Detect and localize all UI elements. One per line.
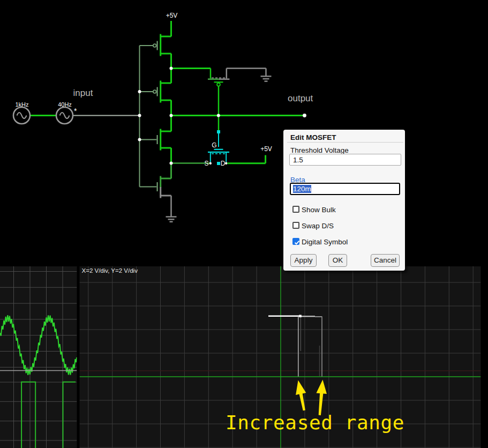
digital-symbol-label: Digital Symbol	[302, 238, 348, 246]
ground-right[interactable]	[261, 76, 272, 81]
junction-dot	[138, 90, 141, 93]
threshold-voltage-label: Threshold Voltage	[290, 146, 349, 154]
label-5v-right: +5V	[260, 145, 272, 153]
label-gate: G	[212, 141, 216, 149]
edit-mosfet-dialog: Edit MOSFET Threshold Voltage Beta 120m …	[283, 130, 405, 271]
dialog-title[interactable]: Edit MOSFET	[290, 133, 336, 141]
junction-dot	[225, 162, 227, 165]
ok-button[interactable]: OK	[328, 254, 347, 267]
cancel-button[interactable]: Cancel	[371, 254, 400, 267]
show-bulk-checkbox[interactable]	[292, 206, 299, 213]
annotation-text: Increased range	[226, 412, 404, 434]
fet3-bubble	[217, 83, 220, 86]
junction-dot	[217, 114, 220, 117]
beta-selected-text: 120m	[293, 185, 311, 193]
junction-dot	[303, 114, 306, 117]
junction-dot	[170, 162, 173, 165]
pmos2-bubble	[153, 90, 156, 93]
dialog-title-separator	[287, 142, 403, 143]
scope-scale-label: X=2 V/div, Y=2 V/div	[82, 267, 138, 274]
apply-button[interactable]: Apply	[290, 254, 317, 267]
junction-dot	[138, 114, 141, 117]
fet4-handle-top[interactable]	[217, 130, 220, 133]
label-input: input	[73, 88, 93, 98]
digital-symbol-checkbox[interactable]	[292, 238, 299, 245]
scope-pane-left[interactable]	[0, 266, 77, 448]
label-output: output	[288, 93, 313, 103]
swap-ds-checkbox[interactable]	[292, 222, 299, 229]
pmos1-bubble	[153, 44, 156, 47]
label-asterisk: *	[74, 107, 77, 115]
ground-bottom[interactable]	[166, 217, 177, 222]
label-drain: D	[221, 160, 226, 167]
label-1khz: 1kHz	[15, 101, 28, 108]
junction-dot	[138, 138, 141, 141]
threshold-voltage-input[interactable]	[289, 154, 401, 166]
scope-trace-cursor	[299, 315, 302, 318]
show-bulk-label: Show Bulk	[302, 206, 336, 214]
beta-input[interactable]: 120m	[290, 183, 400, 195]
junction-dot	[170, 114, 173, 117]
circuit-simulator-window: X=2 V/div, Y=2 V/div1kHz40Hz*inputoutput…	[0, 0, 488, 448]
label-source: S	[204, 160, 208, 167]
junction-dot	[209, 162, 212, 165]
label-40hz: 40Hz	[58, 101, 72, 108]
swap-ds-label: Swap D/S	[302, 222, 334, 230]
junction-dot	[170, 67, 173, 70]
fet4-handle-bottom[interactable]	[217, 162, 220, 165]
ac-source-1khz[interactable]	[13, 107, 30, 124]
label-5v-top: +5V	[166, 12, 178, 19]
circuit-canvas[interactable]: X=2 V/div, Y=2 V/div1kHz40Hz*inputoutput…	[0, 0, 488, 448]
ac-source-40hz[interactable]	[56, 107, 73, 124]
